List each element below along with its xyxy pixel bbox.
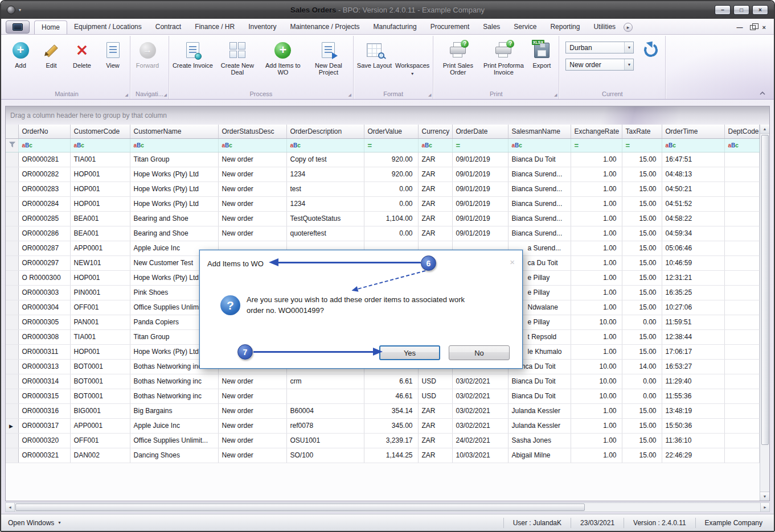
horizontal-scrollbar[interactable]: ◄ ►: [5, 502, 770, 512]
tab-service[interactable]: Service: [507, 20, 543, 34]
cell-customer_code: HOP001: [70, 167, 130, 182]
close-button[interactable]: ×: [752, 5, 768, 15]
filter-cell-taxrate[interactable]: =: [622, 138, 662, 152]
column-header-customername[interactable]: CustomerName: [130, 125, 218, 138]
print-sales-order-button[interactable]: ?Print Sales Order: [435, 38, 481, 77]
column-header-ordertime[interactable]: OrderTime: [662, 125, 724, 138]
column-header-exchangerate[interactable]: ExchangeRate: [571, 125, 622, 138]
table-row[interactable]: OR0000283HOP001Hope Works (Pty) LtdNew o…: [6, 182, 760, 196]
tab-inventory[interactable]: Inventory: [241, 20, 283, 34]
filter-cell-ordervalue[interactable]: =: [364, 138, 418, 152]
edit-button[interactable]: Edit: [36, 38, 67, 70]
quick-access-caret-icon[interactable]: ▾: [19, 7, 21, 13]
export-button[interactable]: XLSXExport: [526, 38, 557, 70]
tab-manufacturing[interactable]: Manufacturing: [367, 20, 424, 34]
view-button[interactable]: View: [97, 38, 128, 70]
dialog-launcher-icon[interactable]: ◢: [554, 93, 557, 97]
dialog-launcher-icon[interactable]: ◢: [125, 93, 128, 97]
print-proforma-invoice-button[interactable]: ?Print Proforma Invoice: [481, 38, 526, 77]
filter-cell-salesmanname[interactable]: aBc: [508, 138, 571, 152]
table-row[interactable]: OR0000316BIG0001Big BargainsNew orderB60…: [6, 403, 760, 418]
dialog-close-icon[interactable]: ×: [510, 257, 515, 267]
filter-cell-customercode[interactable]: aBc: [70, 138, 130, 152]
child-restore-button[interactable]: [750, 25, 756, 30]
scroll-down-button[interactable]: ▼: [760, 492, 769, 501]
add-button[interactable]: +Add: [5, 38, 36, 70]
tab-contract[interactable]: Contract: [149, 20, 188, 34]
table-row[interactable]: OR0000284HOP001Hope Works (Pty) LtdNew o…: [6, 196, 760, 211]
table-row[interactable]: OR0000286BEA001Bearing and ShoeNew order…: [6, 226, 760, 241]
workspaces-button[interactable]: Workspaces▼: [393, 38, 431, 79]
column-header-orderdescription[interactable]: OrderDescription: [286, 125, 364, 138]
cell-tax_rate: 15.00: [622, 285, 662, 300]
filter-cell-deptcode[interactable]: aBc: [724, 138, 760, 152]
no-button[interactable]: No: [449, 345, 510, 360]
save-layout-button[interactable]: Save Layout: [355, 38, 393, 70]
horizontal-scroll-thumb[interactable]: [15, 504, 585, 511]
filter-cell-orderdescription[interactable]: aBc: [286, 138, 364, 152]
open-windows-button[interactable]: Open Windows ▾: [1, 519, 60, 527]
application-menu-button[interactable]: [6, 20, 30, 34]
delete-button[interactable]: ×Delete: [67, 38, 97, 70]
vertical-scroll-thumb[interactable]: [761, 135, 769, 445]
refresh-button[interactable]: [638, 38, 663, 61]
scroll-up-button[interactable]: ▲: [760, 125, 769, 134]
filter-funnel-icon[interactable]: [6, 138, 18, 152]
table-row[interactable]: OR0000320OFF001Office Supplies Unlimit..…: [6, 433, 760, 448]
table-row[interactable]: OR0000282HOP001Hope Works (Pty) LtdNew o…: [6, 167, 760, 182]
collapse-ribbon-button[interactable]: [758, 89, 767, 97]
minimize-button[interactable]: –: [715, 5, 731, 15]
tab-scroll-right-button[interactable]: ▸: [624, 23, 633, 32]
column-header-customercode[interactable]: CustomerCode: [70, 125, 130, 138]
order-status-dropdown[interactable]: New order▼: [565, 59, 634, 71]
yes-button[interactable]: Yes: [379, 345, 440, 360]
filter-cell-orderstatusdesc[interactable]: aBc: [218, 138, 286, 152]
tab-procurement[interactable]: Procurement: [424, 20, 477, 34]
scroll-right-button[interactable]: ►: [760, 503, 769, 512]
dialog-launcher-icon[interactable]: ◢: [428, 93, 431, 97]
maximize-button[interactable]: □: [733, 5, 749, 15]
scroll-left-button[interactable]: ◄: [6, 503, 15, 512]
tab-maintenance-projects[interactable]: Maintenance / Projects: [284, 20, 367, 34]
tab-home[interactable]: Home: [34, 20, 67, 34]
column-header-currency[interactable]: Currency: [418, 125, 452, 138]
filter-cell-customername[interactable]: aBc: [130, 138, 218, 152]
filter-cell-exchangerate[interactable]: =: [571, 138, 622, 152]
vertical-scrollbar[interactable]: ▲ ▼: [760, 125, 769, 501]
add-items-to-wo-button[interactable]: +Add Items to WO: [260, 38, 306, 77]
tab-sales[interactable]: Sales: [476, 20, 507, 34]
filter-cell-orderdate[interactable]: =: [452, 138, 508, 152]
table-row[interactable]: OR0000285BEA001Bearing and ShoeNew order…: [6, 211, 760, 226]
tab-finance-hr[interactable]: Finance / HR: [188, 20, 241, 34]
tab-equipment-locations[interactable]: Equipment / Locations: [67, 20, 149, 34]
new-deal-project-button[interactable]: New Deal Project: [306, 38, 351, 77]
forward-button[interactable]: →Forward: [132, 38, 163, 70]
column-header-taxrate[interactable]: TaxRate: [622, 125, 662, 138]
column-header-salesmanname[interactable]: SalesmanName: [508, 125, 571, 138]
table-row[interactable]: OR0000321DAN002Dancing ShoesNew orderSO/…: [6, 448, 760, 463]
column-header-ordervalue[interactable]: OrderValue: [364, 125, 418, 138]
tab-reporting[interactable]: Reporting: [543, 20, 587, 34]
dialog-launcher-icon[interactable]: ◢: [348, 93, 351, 97]
column-header-orderno[interactable]: OrderNo: [18, 125, 70, 138]
column-header-deptcode[interactable]: DeptCode: [724, 125, 760, 138]
cell-time: 11:29:40: [662, 374, 724, 389]
tab-utilities[interactable]: Utilities: [587, 20, 622, 34]
table-row[interactable]: OR0000281TIA001Titan GroupNew orderCopy …: [6, 152, 760, 167]
column-header-orderstatusdesc[interactable]: OrderStatusDesc: [218, 125, 286, 138]
table-row[interactable]: OR0000314BOT0001Bothas Networking incNew…: [6, 374, 760, 389]
dialog-launcher-icon[interactable]: ◢: [164, 93, 167, 97]
column-header-orderdate[interactable]: OrderDate: [452, 125, 508, 138]
table-row[interactable]: ▶OR0000317APP0001Apple Juice IncNew orde…: [6, 418, 760, 433]
table-row[interactable]: OR0000315BOT0001Bothas Networking incNew…: [6, 389, 760, 403]
site-dropdown[interactable]: Durban▼: [565, 42, 634, 53]
filter-cell-ordertime[interactable]: aBc: [662, 138, 724, 152]
child-close-button[interactable]: ×: [762, 24, 766, 31]
group-by-bar[interactable]: Drag a column header here to group by th…: [5, 106, 770, 125]
create-invoice-button[interactable]: Create Invoice: [171, 38, 215, 70]
filter-cell-currency[interactable]: aBc: [418, 138, 452, 152]
child-minimize-button[interactable]: —: [737, 24, 743, 31]
filter-cell-orderno[interactable]: aBc: [18, 138, 70, 152]
cell-currency: ZAR: [418, 448, 452, 463]
create-new-deal-button[interactable]: Create New Deal: [215, 38, 260, 77]
